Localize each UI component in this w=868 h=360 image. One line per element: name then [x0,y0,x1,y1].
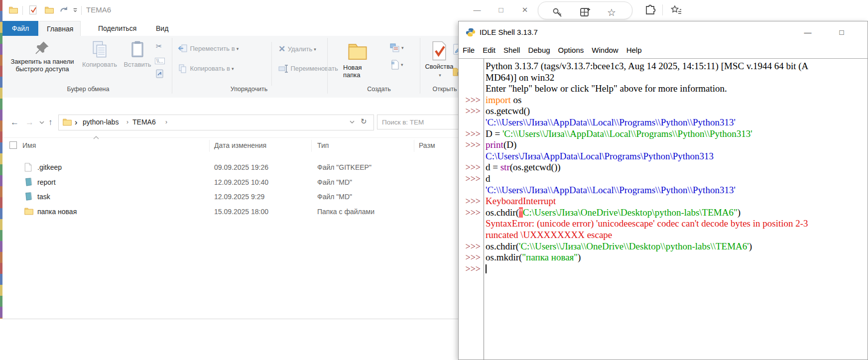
explorer-window-title: ТЕМА6 [86,5,111,14]
idle-shell-text-area[interactable]: Python 3.13.7 (tags/v3.13.7:bcee1c3, Aug… [459,58,868,360]
copy-button[interactable]: Копировать [79,40,120,68]
paste-shortcut-button[interactable] [156,69,164,80]
new-folder-button[interactable]: Новая папка [343,41,383,79]
explorer-minimize-button[interactable]: — [470,3,485,17]
file-explorer-window: ТЕМА6 — □ ✕ Файл Главная Поделиться Вид … [2,0,534,319]
md-icon [24,178,33,187]
list-header: Имя Дата изменения Тип Разм [2,137,534,153]
select-all-checkbox[interactable] [9,141,17,149]
properties-button[interactable]: Свойства ▾ [424,41,455,79]
properties-check-icon[interactable] [28,5,38,15]
file-name[interactable]: report [37,178,56,186]
back-button[interactable]: ← [10,118,19,127]
copy-to-icon [178,64,188,74]
shell-line: >>>D = 'C:\\Users\\Лиза\\AppData\\Local\… [459,128,868,140]
divider [271,42,272,86]
tab-file[interactable]: Файл [2,21,38,36]
idle-menu-file[interactable]: File [459,43,479,57]
copy-path-button[interactable]: \\... [155,58,165,64]
sort-ascending-icon [93,136,99,139]
idle-maximize-button[interactable]: □ [833,25,850,39]
file-icon [24,163,33,172]
breadcrumb[interactable]: › python-labs › ТЕМА6 › ↻ [58,115,374,130]
cut-button[interactable]: ✂ [156,42,162,51]
shell-line: >>>import os [459,95,868,106]
address-dropdown-icon[interactable] [350,120,355,124]
idle-menu-options[interactable]: Options [554,43,588,57]
easy-access-button[interactable]: ▾ [390,43,404,52]
shell-line: MD64)] on win32 [459,72,868,84]
idle-menu-shell[interactable]: Shell [499,43,524,57]
redo-icon[interactable] [59,5,69,15]
shell-line: SyntaxError: (unicode error) 'unicodeesc… [459,218,868,230]
file-row-task[interactable]: task12.09.2025 9:29Файл "MD" [2,191,534,204]
idle-menu-window[interactable]: Window [588,43,622,57]
explorer-close-button[interactable]: ✕ [517,3,532,17]
new-folder-big-icon [347,41,368,62]
history-chevron-icon[interactable] [39,120,44,124]
pin-to-quick-access-button[interactable]: Закрепить на панели быстрого доступа [7,40,77,73]
forward-button[interactable]: → [25,118,34,127]
up-button[interactable]: ↑ [48,118,53,127]
file-date: 09.09.2025 19:26 [214,163,268,171]
breadcrumb-python-labs[interactable]: python-labs [83,118,119,126]
file-row-.gitkeep[interactable]: .gitkeep09.09.2025 19:26Файл "GITKEEP" [2,161,534,174]
tab-view[interactable]: Вид [149,21,175,35]
divider [81,6,82,15]
paste-shortcut-icon [156,69,164,79]
column-header-date[interactable]: Дата изменения [214,141,266,149]
file-row-report[interactable]: report12.09.2025 10:40Файл "MD" [2,176,534,189]
folder-icon[interactable] [8,5,18,15]
divider [327,38,328,94]
idle-menu-debug[interactable]: Debug [524,43,554,57]
new-item-button[interactable]: ▾ [391,60,403,70]
browser-address-pill[interactable]: ☆ [538,1,632,19]
file-type: Файл "MD" [317,193,352,201]
qat-dropdown-icon[interactable] [72,5,78,15]
idle-menu-edit[interactable]: Edit [479,43,499,57]
delete-button[interactable]: ✕ Удалить▾ [278,44,316,54]
shell-prompt: >>> [459,139,486,151]
tab-share[interactable]: Поделиться [91,21,143,35]
idle-titlebar[interactable]: IDLE Shell 3.13.7 — □ [459,21,868,43]
breadcrumb-tema6[interactable]: ТЕМА6 [132,118,156,126]
rename-button[interactable]: Переименовать [278,64,338,73]
tab-main[interactable]: Главная [39,21,81,36]
tab-grid-icon[interactable] [579,6,591,18]
shell-line: runcated \UXXXXXXXX escape [459,230,868,241]
dropdown-arrow-icon: ▾ [401,45,404,50]
shell-prompt [459,117,486,128]
file-row-папка новая[interactable]: папка новая15.09.2025 18:00Папка с файла… [2,206,534,219]
refresh-icon[interactable]: ↻ [361,117,367,126]
shell-prompt [459,185,486,196]
column-header-size[interactable]: Разм [419,141,435,149]
idle-minimize-button[interactable]: — [799,25,816,39]
shell-prompt: >>> [459,252,486,263]
key-icon[interactable] [551,6,563,18]
explorer-maximize-button[interactable]: □ [494,3,508,17]
paste-button[interactable]: Вставить [121,40,154,68]
shell-output: Python 3.13.7 (tags/v3.13.7:bcee1c3, Aug… [459,61,868,274]
file-name[interactable]: task [37,193,50,201]
new-item-icon [391,60,399,70]
idle-menu-help[interactable]: Help [622,43,646,57]
dropdown-arrow-icon: ▾ [237,46,239,51]
move-to-button[interactable]: Переместить в▾ [178,44,239,54]
file-name[interactable]: .gitkeep [37,163,62,171]
ribbon-tabs: Файл Главная Поделиться Вид [2,21,534,36]
dropdown-arrow-icon: ▾ [401,62,403,67]
file-name[interactable]: папка новая [37,208,77,216]
shell-line: >>>os.mkdir("папка новая") [459,252,868,263]
shell-line: >>>print(D) [459,139,868,151]
new-folder-icon[interactable] [44,5,54,15]
idle-window-title: IDLE Shell 3.13.7 [480,28,538,36]
column-header-name[interactable]: Имя [22,141,36,149]
collections-icon[interactable] [670,4,682,16]
idle-shell-window: IDLE Shell 3.13.7 — □ FileEditShellDebug… [458,21,868,360]
copy-to-button[interactable]: Копировать в▾ [178,64,234,74]
column-header-type[interactable]: Тип [317,141,329,149]
crumb-separator: › [75,118,77,127]
extensions-icon[interactable] [644,4,656,16]
file-date: 15.09.2025 18:00 [214,208,268,216]
favorite-star-icon[interactable]: ☆ [607,6,619,18]
